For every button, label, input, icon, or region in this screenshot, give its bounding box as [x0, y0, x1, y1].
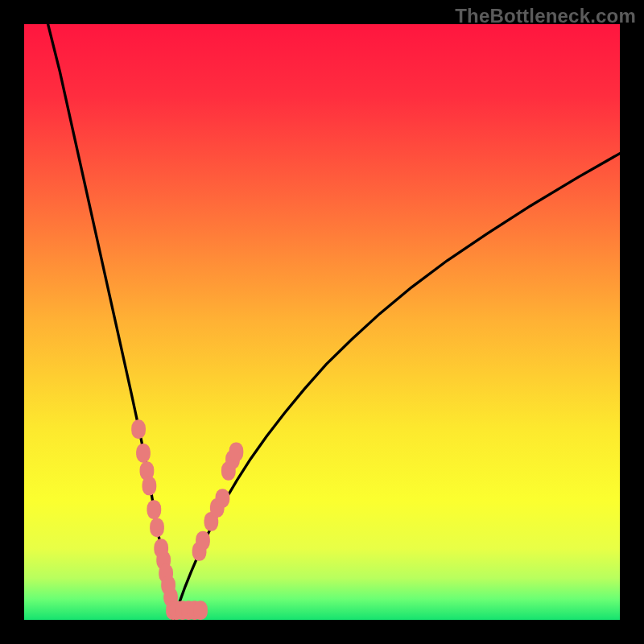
- marker-point: [136, 444, 151, 463]
- marker-point: [196, 531, 210, 551]
- outer-frame: TheBottleneck.com: [0, 0, 644, 644]
- marker-point: [216, 489, 230, 508]
- curve-right-branch: [173, 154, 620, 620]
- marker-point: [150, 518, 164, 537]
- marker-point: [131, 419, 146, 439]
- curve-layer: [24, 24, 620, 620]
- marker-point: [147, 500, 161, 519]
- marker-point: [142, 477, 157, 496]
- marker-point: [229, 442, 244, 461]
- marker-point: [193, 601, 208, 620]
- plot-area: [24, 24, 620, 620]
- marker-group: [131, 419, 243, 620]
